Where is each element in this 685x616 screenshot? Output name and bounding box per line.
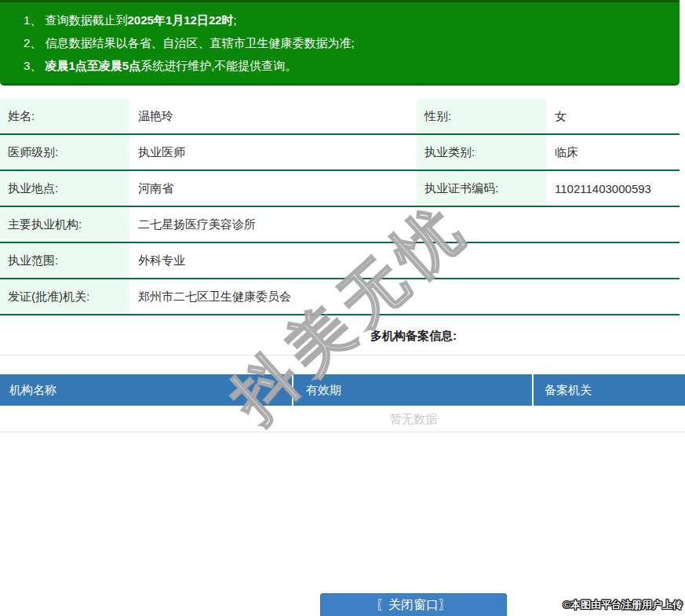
credit-watermark: ©本图由平台注册用户上传 (563, 598, 683, 612)
practitioner-info-table: 姓名: 温艳玲 性别: 女 医师级别: 执业医师 执业类别: 临床 执业地点: … (0, 99, 680, 315)
notice-1-bold: 2025年1月12日22时 (128, 13, 234, 27)
info-row-main-institution: 主要执业机构: 二七星扬医疗美容诊所 (0, 207, 680, 243)
name-value: 温艳玲 (129, 99, 417, 133)
notice-3-bold: 凌晨1点至凌晨5点 (46, 59, 141, 72)
filing-gap (0, 355, 685, 374)
certificate-number-label: 执业证书编码: (417, 171, 546, 206)
notice-panel: 1、 查询数据截止到2025年1月12日22时; 2、 信息数据结果以各省、自治… (0, 0, 680, 86)
notice-line-3: 3、 凌晨1点至凌晨5点系统进行维护,不能提供查询。 (24, 54, 672, 77)
main-institution-value: 二七星扬医疗美容诊所 (129, 207, 680, 242)
notice-2-text: 2、 信息数据结果以各省、自治区、直辖市卫生健康委数据为准; (24, 36, 355, 49)
filing-empty-row: 暂无数据 (0, 406, 685, 432)
info-row-location-certificate: 执业地点: 河南省 执业证书编码: 110211403000593 (0, 171, 680, 207)
filing-col-filing-authority: 备案机关 (534, 374, 685, 406)
notice-1-text: 1、 查询数据截止到 (24, 13, 128, 27)
info-row-name-gender: 姓名: 温艳玲 性别: 女 (0, 99, 680, 135)
info-row-issuing-authority: 发证(批准)机关: 郑州市二七区卫生健康委员会 (0, 279, 680, 315)
doctor-level-label: 医师级别: (0, 135, 129, 169)
practice-category-label: 执业类别: (417, 135, 546, 169)
doctor-level-value: 执业医师 (129, 135, 417, 169)
close-window-button[interactable]: 〖关闭窗口〗 (320, 593, 507, 616)
page-container: 1、 查询数据截止到2025年1月12日22时; 2、 信息数据结果以各省、自治… (0, 0, 685, 616)
name-label: 姓名: (0, 99, 129, 133)
notice-1-tail: ; (234, 13, 237, 27)
practice-scope-label: 执业范围: (0, 243, 129, 278)
info-row-level-category: 医师级别: 执业医师 执业类别: 临床 (0, 135, 680, 171)
practice-scope-value: 外科专业 (129, 243, 680, 278)
practice-location-label: 执业地点: (0, 171, 129, 206)
gender-value: 女 (546, 99, 680, 133)
filing-table-header: 机构名称 有效期 备案机关 (0, 374, 685, 406)
certificate-number-value: 110211403000593 (546, 171, 680, 206)
practice-location-value: 河南省 (129, 171, 417, 206)
practice-category-value: 临床 (546, 135, 680, 169)
issuing-authority-value: 郑州市二七区卫生健康委员会 (129, 279, 680, 314)
notice-3-tail: 系统进行维护,不能提供查询。 (140, 59, 297, 72)
gender-label: 性别: (417, 99, 546, 133)
filing-section-title: 多机构备案信息: (0, 315, 685, 355)
main-institution-label: 主要执业机构: (0, 207, 129, 242)
notice-line-1: 1、 查询数据截止到2025年1月12日22时; (24, 9, 672, 31)
filing-col-validity-period: 有效期 (293, 374, 532, 406)
info-row-practice-scope: 执业范围: 外科专业 (0, 243, 680, 279)
notice-3-text: 3、 (24, 59, 46, 72)
issuing-authority-label: 发证(批准)机关: (0, 279, 129, 314)
filing-col-institution-name: 机构名称 (0, 374, 292, 406)
notice-line-2: 2、 信息数据结果以各省、自治区、直辖市卫生健康委数据为准; (24, 31, 672, 54)
